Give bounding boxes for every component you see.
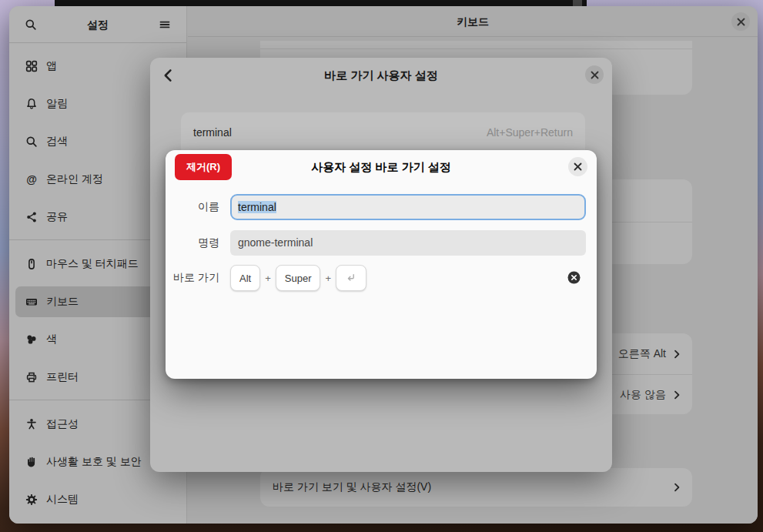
shortcut-label: 바로 가기 — [166, 271, 219, 285]
view-shortcuts-card: 바로 가기 보기 및 사용자 설정(V) — [260, 468, 692, 507]
remove-button[interactable]: 제거(R) — [175, 154, 232, 180]
sidebar-item-label: 공유 — [46, 210, 68, 224]
sidebar-item-label: 시스템 — [46, 493, 79, 507]
sidebar-item-label: 색 — [46, 333, 57, 346]
menu-icon[interactable] — [159, 18, 171, 31]
sidebar-item-label: 온라인 계정 — [46, 172, 103, 186]
sidebar-item-label: 접근성 — [46, 417, 79, 431]
plus-separator: + — [325, 273, 331, 284]
chevron-right-icon — [671, 389, 683, 401]
clear-shortcut-icon[interactable] — [567, 271, 581, 284]
sidebar-item-label: 알림 — [46, 97, 68, 111]
keycap-enter — [336, 265, 366, 291]
dialog-headerbar: 제거(R) 사용자 설정 바로 가기 설정 — [166, 150, 597, 184]
card-divider — [260, 49, 692, 49]
command-input[interactable]: gnome-terminal — [230, 230, 586, 256]
command-label: 명령 — [166, 236, 219, 250]
keyboard-headerbar: 키보드 — [188, 6, 758, 37]
sidebar-item-label: 프린터 — [46, 370, 79, 384]
search-icon[interactable] — [25, 18, 37, 31]
sidebar-item-label: 검색 — [46, 135, 68, 149]
share-icon — [25, 211, 38, 223]
sidebar-item-label: 사생활 보호 및 보안 — [46, 455, 142, 469]
sidebar-item-system[interactable]: 시스템 — [15, 484, 180, 515]
sidebar-item-label: 마우스 및 터치패드 — [46, 257, 139, 271]
row-label: 바로 가기 보기 및 사용자 설정(V) — [273, 480, 431, 494]
keyboard-title: 키보드 — [188, 6, 758, 37]
shortcut-name: terminal — [193, 126, 487, 139]
gear-icon — [25, 494, 38, 506]
close-icon[interactable] — [568, 157, 587, 176]
at-icon: @ — [25, 173, 38, 186]
keycap-alt: Alt — [230, 265, 260, 291]
name-input[interactable]: terminal — [230, 194, 586, 220]
hand-icon — [25, 456, 38, 468]
mouse-icon — [25, 258, 38, 270]
selected-text: terminal — [238, 201, 276, 213]
printer-icon — [25, 371, 38, 383]
keyboard-icon — [25, 296, 38, 308]
chevron-right-icon — [671, 481, 683, 494]
close-icon[interactable] — [731, 12, 750, 31]
enter-key-icon — [345, 272, 357, 284]
chevron-right-icon — [671, 348, 683, 360]
back-icon[interactable] — [159, 66, 178, 85]
accessibility-icon — [25, 418, 38, 430]
sidebar-item-label: 앱 — [46, 59, 57, 73]
row-value: 오른쪽 Alt — [618, 347, 666, 361]
search-icon — [25, 136, 38, 148]
grid-icon — [25, 60, 38, 72]
shortcut-row-terminal[interactable]: terminal Alt+Super+Return — [181, 112, 585, 152]
color-icon — [25, 333, 38, 346]
plus-separator: + — [265, 273, 271, 284]
set-shortcut-dialog: 제거(R) 사용자 설정 바로 가기 설정 이름 terminal 명령 gno… — [166, 150, 597, 379]
view-shortcuts-row[interactable]: 바로 가기 보기 및 사용자 설정(V) — [260, 468, 692, 507]
keycap-super: Super — [276, 265, 321, 291]
row-value: 사용 않음 — [620, 388, 666, 402]
sidebar-item-label: 키보드 — [46, 295, 79, 309]
close-icon[interactable] — [585, 65, 604, 84]
name-label: 이름 — [166, 200, 219, 214]
bell-icon — [25, 98, 38, 110]
dialog-headerbar: 바로 가기 사용자 설정 — [150, 58, 612, 92]
sidebar-headerbar: 설정 — [9, 6, 186, 43]
shortcut-accelerator: Alt+Super+Return — [487, 126, 573, 139]
shortcut-keys[interactable]: Alt + Super + — [230, 265, 366, 291]
dialog-title: 바로 가기 사용자 설정 — [150, 58, 612, 92]
